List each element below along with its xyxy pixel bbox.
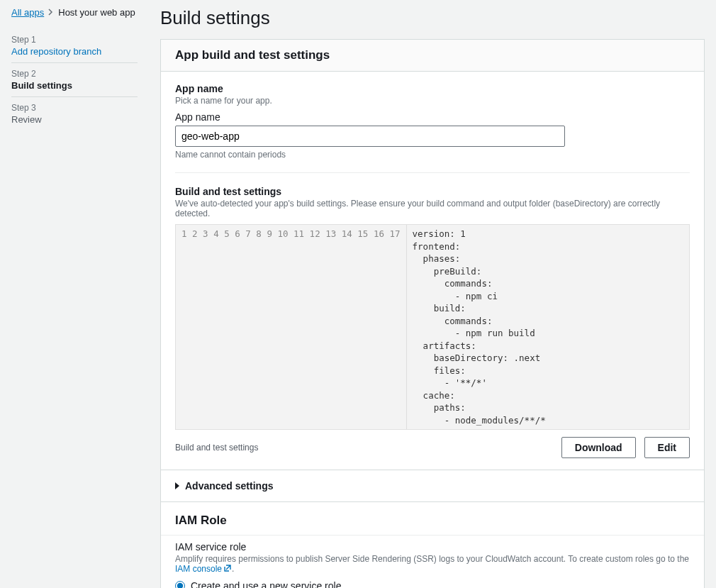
field-label: App name [175,111,690,123]
step-number: Step 1 [11,35,138,45]
app-name-section: App name Pick a name for your app. App n… [175,83,690,160]
divider [175,172,690,173]
edit-button[interactable]: Edit [644,437,690,458]
radio-create-new-role[interactable]: Create and use a new service role [175,580,690,588]
advanced-settings-label: Advanced settings [185,480,273,492]
panel-heading: App build and test settings [175,48,690,62]
breadcrumb-root-link[interactable]: All apps [11,7,44,18]
section-desc: We've auto-detected your app's build set… [175,199,690,218]
build-test-section: Build and test settings We've auto-detec… [175,186,690,458]
section-desc: Pick a name for your app. [175,96,690,106]
radio-label: Create and use a new service role [191,580,341,588]
field-hint: Name cannot contain periods [175,150,690,160]
breadcrumb-current: Host your web app [58,7,135,18]
breadcrumb: All apps Host your web app [11,7,138,18]
step-label: Review [11,114,138,125]
wizard-step-2[interactable]: Step 2 Build settings [11,62,138,96]
chevron-right-icon [48,8,54,18]
code-gutter: 1 2 3 4 5 6 7 8 9 10 11 12 13 14 15 16 1… [176,225,407,429]
wizard-step-1[interactable]: Step 1 Add repository branch [11,29,138,62]
iam-role-heading: IAM Role [175,514,690,528]
step-number: Step 3 [11,103,138,113]
app-name-input[interactable] [175,126,565,147]
step-number: Step 2 [11,69,138,79]
iam-section-title: IAM service role [175,541,690,553]
download-button[interactable]: Download [561,437,636,458]
code-editor: 1 2 3 4 5 6 7 8 9 10 11 12 13 14 15 16 1… [175,224,690,430]
page-title: Build settings [160,7,705,29]
code-footer-label: Build and test settings [175,443,258,453]
wizard-step-3[interactable]: Step 3 Review [11,96,138,131]
step-label: Add repository branch [11,46,138,57]
external-link-icon [223,564,232,575]
iam-console-link[interactable]: IAM console [175,564,232,574]
code-content: version: 1 frontend: phases: preBuild: c… [407,225,689,429]
radio-input[interactable] [175,581,185,588]
step-label: Build settings [11,80,138,91]
build-settings-panel: App build and test settings App name Pic… [160,39,705,588]
caret-right-icon [175,482,179,489]
section-title: App name [175,83,690,94]
advanced-settings-toggle[interactable]: Advanced settings [161,470,704,501]
section-title: Build and test settings [175,186,690,197]
iam-section-desc: Amplify requires permissions to publish … [175,554,690,575]
